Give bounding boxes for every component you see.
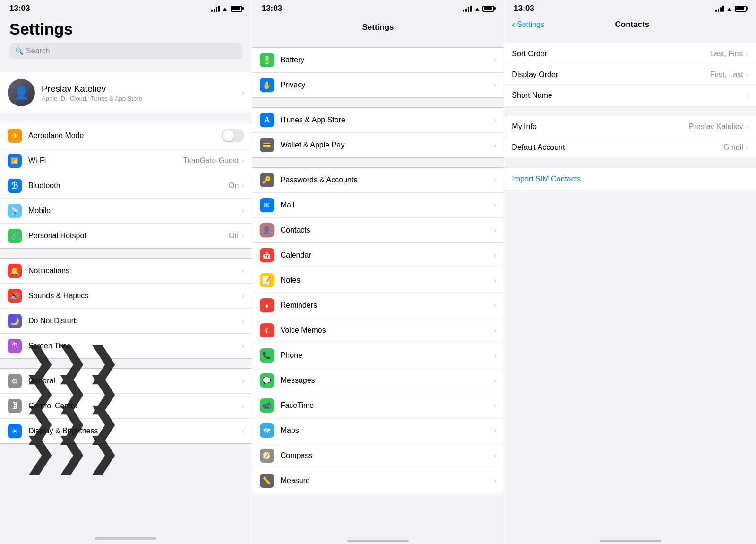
settings-row-measure[interactable]: 📏 Measure › [252,468,504,493]
panel3-nav: ‹ Settings Contacts [504,15,756,34]
phone-label: Phone [281,351,494,360]
privacy-chevron: › [494,81,496,89]
settings-row-aeroplane[interactable]: ✈ Aeroplane Mode [0,123,252,148]
hotspot-icon: 🔗 [8,229,22,243]
sounds-icon: 🔊 [8,289,22,303]
user-profile-row[interactable]: 👤 Preslav Kateliev Apple ID, iCloud, iTu… [0,72,252,113]
short-name-label: Short Name [512,91,746,100]
panel2-title: Settings [252,19,504,38]
battery-chevron: › [494,56,496,64]
donotdisturb-label: Do Not Disturb [28,317,241,325]
sounds-chevron: › [241,292,244,300]
settings-row-mobile[interactable]: 📡 Mobile › [0,199,252,224]
maps-chevron: › [494,426,496,435]
settings-row-hotspot[interactable]: 🔗 Personal Hotspot Off › [0,224,252,248]
mail-chevron: › [494,201,496,209]
panel1-scroll[interactable]: 👤 Preslav Kateliev Apple ID, iCloud, iTu… [0,63,252,535]
settings-row-voicememos[interactable]: 🎙 Voice Memos › [252,318,504,343]
settings-row-passwords[interactable]: 🔑 Passwords & Accounts › [252,168,504,193]
wifi-label: Wi-Fi [28,156,183,165]
compass-icon: 🧭 [260,449,274,463]
contacts-label: Contacts [281,226,494,234]
itunes-group: A iTunes & App Store › 💳 Wallet & Apple … [252,107,504,158]
settings-row-display[interactable]: ☀ Display & Brightness › [0,419,252,443]
privacy-icon: ✋ [260,78,274,92]
voicememos-label: Voice Memos [281,326,494,335]
settings-row-screentime[interactable]: ⏱ Screen Time › [0,334,252,358]
settings-row-contacts[interactable]: 👤 Contacts › [252,218,504,243]
user-name: Preslav Kateliev [42,84,241,94]
donotdisturb-icon: 🌙 [8,314,22,328]
wifi-icon-1: ▲ [222,5,228,12]
detail-row-my-info[interactable]: My Info Preslav Kateliev › [504,116,756,137]
back-button[interactable]: ‹ Settings [512,19,544,30]
settings-row-phone[interactable]: 📞 Phone › [252,343,504,368]
panel2-header: Settings [252,15,504,38]
notifications-group: 🔔 Notifications › 🔊 Sounds & Haptics › 🌙… [0,258,252,359]
panel2-scroll[interactable]: 🔋 Battery › ✋ Privacy › A iTunes & App S… [252,38,504,535]
controlcentre-chevron: › [241,402,244,410]
time-3: 13:03 [514,4,534,13]
settings-row-notes[interactable]: 📝 Notes › [252,268,504,293]
detail-row-display-order[interactable]: Display Order First, Last › [504,64,756,85]
import-sim-button[interactable]: Import SIM Contacts [512,175,581,183]
reminders-icon: ● [260,298,274,312]
messages-label: Messages [281,376,494,385]
display-chevron: › [241,427,244,435]
bluetooth-chevron: › [241,181,244,190]
panel2-settings-list: 13:03 ▲ Settings 🔋 Battery › [252,0,504,544]
back-chevron-icon: ‹ [512,19,515,30]
panel1-settings: 13:03 ▲ Settings 🔍 Search 👤 [0,0,252,544]
passwords-label: Passwords & Accounts [281,176,494,184]
measure-icon: 📏 [260,474,274,488]
settings-row-itunes[interactable]: A iTunes & App Store › [252,108,504,133]
controlcentre-label: Control Centre [28,402,241,410]
detail-row-sort-order[interactable]: Sort Order Last, First › [504,43,756,64]
home-indicator-2 [252,535,504,544]
notes-label: Notes [281,276,494,285]
settings-row-wifi[interactable]: 📶 Wi-Fi TitanGate-Guest › [0,148,252,173]
battery-label: Battery [281,56,494,64]
settings-row-calendar[interactable]: 📅 Calendar › [252,243,504,268]
wifi-settings-icon: 📶 [8,154,22,168]
settings-row-mail[interactable]: ✉ Mail › [252,193,504,218]
settings-row-sounds[interactable]: 🔊 Sounds & Haptics › [0,284,252,309]
settings-row-compass[interactable]: 🧭 Compass › [252,443,504,468]
status-bar-2: 13:03 ▲ [252,0,504,15]
phone-icon: 📞 [260,348,274,363]
aeroplane-toggle[interactable] [222,129,244,142]
settings-row-donotdisturb[interactable]: 🌙 Do Not Disturb › [0,309,252,334]
settings-row-controlcentre[interactable]: 🎛 Control Centre › [0,394,252,419]
search-input[interactable]: Search [26,47,50,55]
settings-row-maps[interactable]: 🗺 Maps › [252,418,504,443]
status-bar-3: 13:03 ▲ [504,0,756,15]
time-1: 13:03 [9,4,30,13]
contacts-settings-group: Sort Order Last, First › Display Order F… [504,43,756,106]
donotdisturb-chevron: › [241,317,244,325]
import-sim-section[interactable]: Import SIM Contacts [504,168,756,190]
settings-row-general[interactable]: ⚙ General › [0,369,252,394]
back-label: Settings [517,20,544,29]
settings-row-bluetooth[interactable]: ℬ Bluetooth On › [0,173,252,199]
voicememos-chevron: › [494,326,496,335]
settings-row-messages[interactable]: 💬 Messages › [252,368,504,393]
screentime-icon: ⏱ [8,339,22,353]
reminders-label: Reminders [281,301,494,310]
search-bar[interactable]: 🔍 Search [9,43,242,59]
reminders-chevron: › [494,301,496,310]
settings-row-battery[interactable]: 🔋 Battery › [252,48,504,73]
detail-row-default-account[interactable]: Default Account Gmail › [504,137,756,158]
panel3-scroll[interactable]: Sort Order Last, First › Display Order F… [504,34,756,535]
settings-row-wallet[interactable]: 💳 Wallet & Apple Pay › [252,133,504,157]
detail-row-short-name[interactable]: Short Name › [504,85,756,106]
privacy-label: Privacy [281,81,494,89]
settings-row-notifications[interactable]: 🔔 Notifications › [0,259,252,284]
facetime-icon: 📹 [260,398,274,413]
screentime-chevron: › [241,342,244,350]
settings-row-privacy[interactable]: ✋ Privacy › [252,73,504,97]
passwords-chevron: › [494,176,496,184]
settings-row-facetime[interactable]: 📹 FaceTime › [252,393,504,418]
voicememos-icon: 🎙 [260,323,274,337]
settings-row-reminders[interactable]: ● Reminders › [252,293,504,318]
measure-label: Measure [281,476,494,485]
